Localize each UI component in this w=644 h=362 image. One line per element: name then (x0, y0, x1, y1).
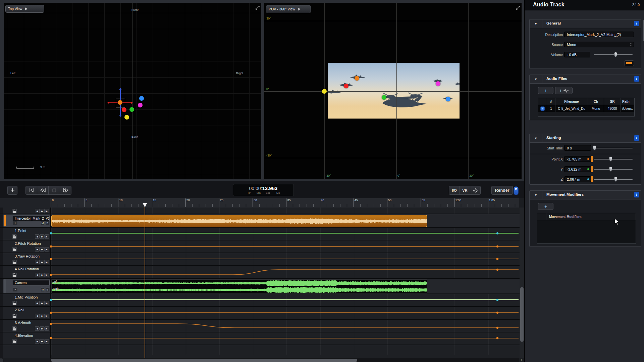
lock-button[interactable] (12, 260, 17, 264)
particle-magenta[interactable] (436, 81, 440, 86)
expand-view-icon[interactable] (255, 5, 260, 10)
lock-button[interactable] (12, 326, 17, 331)
timecode-display[interactable]: 00:00:13.963 Hr Min Sec Ms (233, 184, 294, 196)
add-audio-file-button[interactable]: + (538, 87, 553, 94)
render-button[interactable]: Render (491, 186, 513, 195)
track-content-area[interactable]: LeftRight (50, 208, 520, 358)
stop-button[interactable] (48, 186, 60, 195)
audio-files-table[interactable]: #FilenameChSRPath ✓1C-5_Jet_Wind_DoMono4… (538, 98, 635, 117)
prev-keyframe-button[interactable]: ◀ (35, 273, 40, 277)
axis-slider-handle[interactable] (609, 167, 612, 172)
viewport-top-view[interactable]: Front Back Left Right 5 m Top View (4, 3, 261, 179)
add-keyframe-button[interactable]: ◆ (40, 260, 44, 264)
settings-button[interactable] (470, 186, 481, 195)
source-select[interactable]: Mono (564, 42, 634, 47)
next-keyframe-button[interactable]: ▶ (44, 260, 49, 264)
add-keyframe-button[interactable]: ◆ (40, 247, 44, 252)
start-time-slider-track[interactable] (594, 148, 633, 148)
lock-button[interactable] (12, 339, 17, 344)
lock-button[interactable] (12, 209, 17, 213)
particle-red[interactable] (122, 107, 126, 112)
audio-file-row[interactable]: ✓1C-5_Jet_Wind_DoMono48000/Users. (538, 105, 634, 112)
volume-slider-handle[interactable] (614, 52, 617, 57)
track-content-row[interactable] (51, 228, 520, 240)
info-icon[interactable]: i (634, 76, 639, 82)
axis-slider-handle[interactable] (609, 156, 612, 162)
audio-clip-stereo[interactable]: LeftRight (51, 279, 427, 293)
disclosure-triangle-icon[interactable]: ▼ (530, 191, 542, 199)
track-content-row[interactable] (51, 332, 520, 345)
next-keyframe-button[interactable]: ▶ (44, 301, 49, 305)
prev-keyframe-button[interactable]: ◀ (35, 234, 40, 239)
skip-to-start-button[interactable] (25, 186, 37, 195)
lock-button[interactable] (12, 234, 17, 239)
disclosure-triangle-icon[interactable]: ▼ (530, 134, 542, 142)
horizontal-scroll-thumb[interactable] (51, 359, 357, 362)
particle-orange[interactable] (355, 76, 359, 81)
next-keyframe-button[interactable]: ▶ (44, 339, 49, 344)
next-keyframe-button[interactable]: ▶ (44, 273, 49, 277)
next-keyframe-button[interactable]: ▶ (44, 234, 49, 239)
add-keyframe-button[interactable]: ◆ (40, 326, 44, 331)
add-keyframe-button[interactable]: ◆ (40, 273, 44, 277)
particle-blue[interactable] (139, 96, 144, 101)
track-content-row[interactable] (51, 240, 520, 253)
add-keyframe-button[interactable]: ◆ (40, 234, 44, 239)
point-y-field[interactable]: -3.612 m (564, 166, 591, 172)
prev-keyframe-button[interactable]: ◀ (35, 247, 40, 252)
view-mode-select[interactable]: POV - 360° View (266, 5, 311, 13)
track-content-row[interactable] (51, 253, 520, 266)
audio-clip-mono[interactable] (51, 215, 427, 227)
panel-scrollbar[interactable] (643, 20, 644, 41)
point-x-field[interactable]: -3.705 m (564, 156, 591, 162)
prev-keyframe-button[interactable]: ◀ (35, 260, 40, 264)
point-z-field[interactable]: 2.067 m (564, 176, 591, 182)
lock-button[interactable] (12, 247, 17, 252)
horizontal-scrollbar[interactable] (50, 358, 519, 362)
prev-keyframe-button[interactable]: ◀ (35, 209, 40, 213)
solo-button[interactable]: S (45, 221, 49, 225)
add-keyframe-button[interactable]: ◆ (40, 314, 44, 318)
viewport-pov[interactable]: 30°0°-30° -30°0°30° POV - 360° View (264, 3, 522, 179)
particle-green[interactable] (129, 107, 134, 112)
lock-button[interactable] (12, 273, 17, 277)
axis-slider-track[interactable] (594, 179, 633, 180)
add-keyframe-button[interactable]: ◆ (40, 339, 44, 344)
volume-slider-track[interactable] (594, 54, 633, 55)
track-name-field[interactable]: Camera (13, 280, 50, 286)
fast-forward-button[interactable] (60, 186, 71, 195)
vertical-scroll-thumb[interactable] (520, 287, 524, 342)
vertical-scrollbar[interactable] (520, 208, 524, 358)
axis-slider-track[interactable] (594, 159, 633, 160)
track-content-row[interactable] (51, 208, 520, 214)
next-keyframe-button[interactable]: ▶ (44, 247, 49, 252)
file-checkbox[interactable]: ✓ (540, 106, 545, 111)
next-keyframe-button[interactable]: ▶ (44, 314, 49, 318)
start-time-slider-handle[interactable] (593, 145, 596, 150)
particle-yellow[interactable] (124, 115, 129, 120)
movement-modifiers-table[interactable]: Movement Modifiers (537, 213, 636, 244)
axis-slider-handle[interactable] (614, 177, 617, 182)
particle-green[interactable] (382, 95, 386, 100)
vr-button[interactable]: VR (460, 186, 470, 195)
info-icon[interactable]: i (634, 21, 639, 26)
track-content-row[interactable] (51, 266, 520, 279)
mute-button[interactable]: M (41, 287, 45, 292)
lock-button[interactable] (12, 314, 17, 318)
disclosure-triangle-icon[interactable]: ▼ (530, 19, 542, 28)
particle-red[interactable] (344, 84, 348, 88)
view-mode-select[interactable]: Top View (5, 5, 44, 13)
track-content-row[interactable] (51, 294, 520, 307)
next-keyframe-button[interactable]: ▶ (44, 209, 49, 213)
track-content-row[interactable] (51, 320, 520, 332)
expand-view-icon[interactable] (515, 5, 521, 10)
particle-yellow[interactable] (322, 89, 327, 94)
prev-keyframe-button[interactable]: ◀ (35, 301, 40, 305)
particle-magenta[interactable] (138, 103, 143, 107)
add-keyframe-button[interactable]: ◆ (40, 301, 44, 305)
add-movement-modifier-button[interactable]: + (538, 203, 553, 210)
volume-field[interactable]: +0 dB (564, 52, 590, 57)
rewind-button[interactable] (37, 186, 49, 195)
lock-button[interactable] (12, 301, 17, 305)
mute-button[interactable]: M (41, 221, 45, 225)
